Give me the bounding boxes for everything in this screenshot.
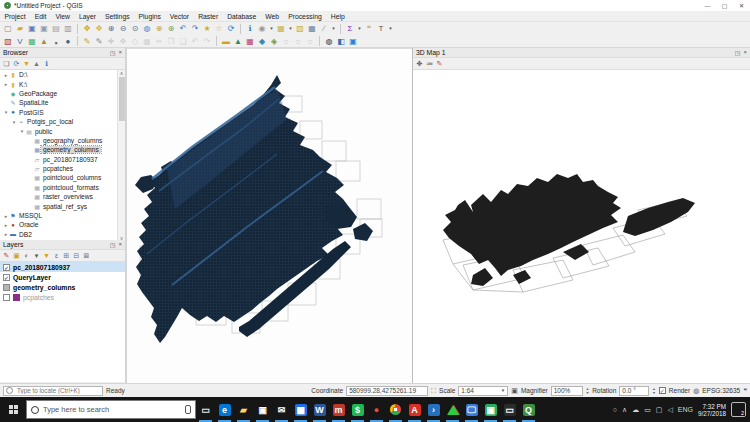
collapse-all-icon[interactable]: ▲ — [32, 59, 41, 68]
browser-item-db2[interactable]: ▸▬DB2 — [0, 230, 125, 239]
plugin-tool-2-icon[interactable]: ◌ — [293, 36, 304, 47]
layer-checkbox[interactable] — [3, 294, 10, 301]
osm-tool-icon[interactable]: ◧ — [336, 36, 347, 47]
layer-row-querylayer[interactable]: ✓QueryLayer — [0, 272, 125, 282]
layers-float-icon[interactable]: ◳ — [110, 241, 116, 248]
menu-processing[interactable]: Processing — [284, 11, 327, 22]
add-delimited-text-icon[interactable]: ❟ — [51, 36, 62, 47]
menu-layer[interactable]: Layer — [74, 11, 100, 22]
map-canvas[interactable] — [127, 48, 412, 383]
themes-dropdown-icon[interactable]: ▾ — [32, 251, 41, 260]
collapse-all-layers-icon[interactable]: ⊟ — [72, 251, 81, 260]
volume-icon[interactable]: ◁ — [667, 406, 672, 414]
vertex-tool-icon[interactable]: ◇ — [130, 36, 141, 47]
open-attribute-table-icon[interactable]: ▦ — [307, 23, 318, 34]
magnifier-field[interactable]: 100% — [551, 386, 583, 396]
browser-float-icon[interactable]: ◳ — [110, 49, 116, 56]
menu-edit[interactable]: Edit — [30, 11, 51, 22]
browser-close-icon[interactable]: × — [118, 49, 122, 56]
lastools-icon[interactable]: ▣ — [481, 397, 500, 422]
scroll-thumb[interactable] — [119, 77, 125, 121]
add-vector-layer-icon[interactable]: V — [15, 36, 26, 47]
pointcloud-tool-icon[interactable]: ▬ — [221, 36, 232, 47]
statistical-sum-icon[interactable]: Σ — [345, 23, 356, 34]
undo-icon[interactable]: ↶ — [190, 36, 201, 47]
rotation-field[interactable]: 0.0 ° — [619, 386, 649, 396]
select-features-icon[interactable]: ▦ — [276, 23, 287, 34]
browser-item-raster_overviews[interactable]: ▦raster_overviews — [0, 192, 125, 201]
close-button[interactable]: ✕ — [733, 0, 750, 11]
layer-checkbox[interactable] — [3, 284, 10, 291]
browser-item-mssql[interactable]: ▸⚑MSSQL — [0, 211, 125, 220]
zoom-in-icon[interactable]: ⊕ — [106, 23, 117, 34]
layer-row-pcpatches[interactable]: pcpatches — [0, 292, 125, 302]
add-group-icon[interactable]: ▣ — [12, 251, 21, 260]
zoom-out-icon[interactable]: ⊖ — [118, 23, 129, 34]
remote-desktop-icon[interactable]: 🖵 — [462, 397, 481, 422]
globe-tool-icon[interactable]: ◍ — [324, 36, 335, 47]
plugin-tool-1-icon[interactable]: ◌ — [281, 36, 292, 47]
chrome-icon[interactable] — [386, 397, 405, 422]
layer-styling-icon[interactable]: ✎ — [2, 251, 11, 260]
cloudcompare-icon[interactable] — [443, 397, 462, 422]
measure-line-3d-icon[interactable]: ✎ — [435, 59, 444, 68]
data-source-manager-icon[interactable]: ▧ — [3, 36, 14, 47]
rotation-spinner[interactable]: ▲▼ — [652, 387, 655, 395]
new-bookmark-icon[interactable]: ★ — [202, 23, 213, 34]
annotation-dropdown-icon[interactable]: ▾ — [388, 23, 394, 34]
menu-raster[interactable]: Raster — [194, 11, 223, 22]
pdal-pipeline-icon[interactable]: ▦ — [245, 36, 256, 47]
manage-themes-icon[interactable]: ◐ — [22, 251, 31, 260]
magnifier-spinner[interactable]: ▲▼ — [586, 387, 589, 395]
layer-checkbox[interactable]: ✓ — [3, 274, 10, 281]
browser-item-pcpatches[interactable]: ▱pcpatches — [0, 164, 125, 173]
hidden-icons-chevron[interactable]: ∧ — [622, 406, 627, 414]
add-selected-layers-icon[interactable]: ❏ — [2, 59, 11, 68]
dollar-app-icon[interactable]: $ — [348, 397, 367, 422]
scale-combo[interactable]: 1:64 ▼ — [458, 386, 508, 396]
menu-view[interactable]: View — [51, 11, 75, 22]
layout-manager-icon[interactable]: ▥ — [63, 23, 74, 34]
move-feature-icon[interactable]: ✥ — [118, 36, 129, 47]
taskbar-search[interactable]: Type here to search — [26, 400, 196, 419]
menu-web[interactable]: Web — [261, 11, 284, 22]
properties-widget-icon[interactable]: ℹ — [42, 59, 51, 68]
browser-item-d[interactable]: ▸▮D:\ — [0, 70, 125, 79]
display-icon[interactable]: ▢ — [656, 406, 663, 414]
browser-item-pointcloud_formats[interactable]: ▦pointcloud_formats — [0, 183, 125, 192]
zoom-to-layer-icon[interactable]: ⊕ — [166, 23, 177, 34]
red-app-icon[interactable]: ● — [367, 397, 386, 422]
menu-plugins[interactable]: Plugins — [134, 11, 165, 22]
new-print-layout-icon[interactable]: ▤ — [51, 23, 62, 34]
add-postgis-layer-icon[interactable]: ● — [63, 36, 74, 47]
menu-project[interactable]: Project — [0, 11, 30, 22]
paste-features-icon[interactable]: ❏ — [178, 36, 189, 47]
pan-map-icon[interactable]: ✥ — [82, 23, 93, 34]
render-checkbox[interactable]: ✓ — [659, 387, 666, 394]
menu-vector[interactable]: Vector — [165, 11, 193, 22]
browser-item-geometry_columns[interactable]: ▦geometry_columns — [0, 145, 125, 154]
measure-icon[interactable]: ∕ — [319, 23, 330, 34]
messages-icon[interactable]: ❝ — [743, 387, 747, 395]
taskbar-clock[interactable]: 7:32 PM 9/27/2018 — [698, 403, 726, 417]
run-feature-action-icon[interactable]: ◉ — [257, 23, 268, 34]
add-feature-icon[interactable]: ✚ — [106, 36, 117, 47]
browser-item-geography_columns[interactable]: ▦geography_columns — [0, 136, 125, 145]
remove-layer-icon[interactable]: ⊠ — [82, 251, 91, 260]
battery-icon[interactable]: ▭ — [644, 406, 651, 414]
browser-scrollbar[interactable]: ∧ ∨ — [117, 70, 125, 241]
minimize-button[interactable]: — — [699, 0, 716, 11]
toggle-editing-icon[interactable]: ✎ — [82, 36, 93, 47]
expand-all-icon[interactable]: ⊞ — [62, 251, 71, 260]
browser-item-public[interactable]: ▾▤public — [0, 126, 125, 135]
coordinate-field[interactable]: 580999.28,4275261.19 — [346, 386, 428, 396]
map-3d-canvas[interactable] — [413, 69, 750, 383]
processing-toolbox-icon[interactable]: ▲ — [233, 36, 244, 47]
deselect-features-icon[interactable]: ▧ — [295, 23, 306, 34]
map-3d-float-icon[interactable]: ◳ — [735, 49, 741, 56]
pan-to-selection-icon[interactable]: ✥ — [94, 23, 105, 34]
acrobat-icon[interactable]: A — [405, 397, 424, 422]
action-center-icon[interactable]: 2 — [731, 402, 746, 417]
layers-close-icon[interactable]: × — [118, 241, 122, 248]
action-dropdown-icon[interactable]: ▾ — [269, 23, 275, 34]
